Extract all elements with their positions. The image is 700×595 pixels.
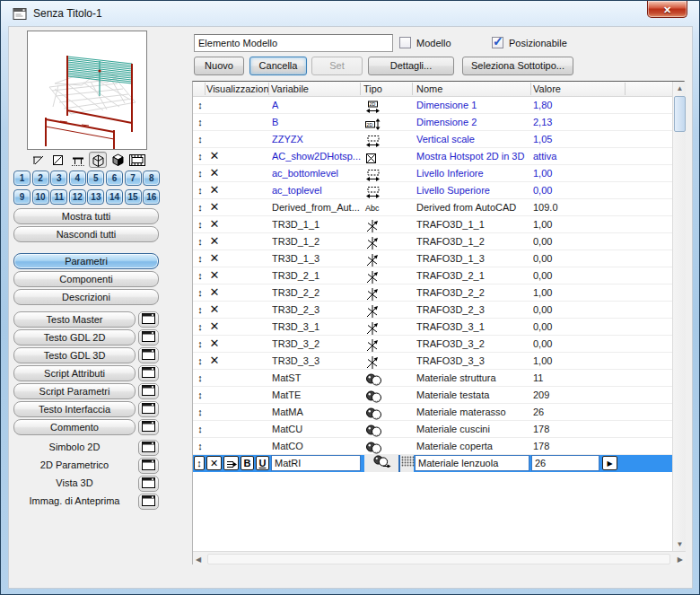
row-updown-icon[interactable]: ↕ — [195, 404, 206, 420]
scroll-left-icon[interactable]: ◀ — [196, 556, 201, 564]
row-updown-icon[interactable]: ↕ — [195, 165, 206, 181]
row-value[interactable]: 26 — [533, 404, 623, 420]
page-button-2[interactable]: 2 — [32, 171, 49, 186]
row-updown-icon[interactable]: ↕ — [195, 336, 206, 352]
row-hidden-x-icon[interactable]: ✕ — [207, 233, 222, 249]
row-name[interactable]: Livello Inferiore — [416, 165, 529, 181]
row-value[interactable]: 1,00 — [533, 353, 623, 369]
column-header-Nome[interactable]: Nome — [416, 83, 531, 96]
scroll-down-icon[interactable]: ▼ — [673, 540, 687, 548]
row-updown-icon[interactable]: ↕ — [195, 370, 206, 386]
row-variable[interactable]: TR3D_1_2 — [272, 233, 365, 249]
close-button[interactable]: ✕ — [647, 1, 687, 18]
row-updown-icon[interactable]: ↕ — [195, 182, 206, 198]
row-variable[interactable]: ac_bottomlevel — [272, 165, 365, 181]
tab-componenti[interactable]: Componenti — [13, 271, 159, 287]
page-button-12[interactable]: 12 — [69, 189, 86, 205]
row-updown-icon[interactable]: ↕ — [195, 267, 206, 284]
row-value[interactable]: 109.0 — [533, 199, 623, 215]
table-row[interactable]: ↕✕TR3D_3_1TRAFO3D_3_10,00 — [193, 319, 672, 336]
row-variable[interactable]: MatTE — [272, 387, 365, 403]
table-row[interactable]: ↕✕TR3D_3_2TRAFO3D_3_20,00 — [193, 336, 672, 353]
row-value[interactable]: 1,00 — [533, 165, 623, 181]
row-value[interactable]: 0,00 — [533, 250, 623, 267]
value-input[interactable] — [531, 455, 599, 471]
row-value[interactable]: 0,00 — [533, 336, 623, 352]
row-updown-icon[interactable]: ↕ — [195, 250, 206, 267]
row-updown-icon[interactable]: ↕ — [195, 216, 206, 232]
open-window-button[interactable] — [138, 347, 159, 363]
row-name[interactable]: Materiale testata — [416, 387, 529, 403]
row-updown-icon[interactable]: ↕ — [195, 353, 206, 369]
table-row[interactable]: ↕✕ac_toplevelLivello Superiore0,00 — [193, 182, 672, 199]
row-variable[interactable]: ZZYZX — [272, 131, 365, 147]
table-row[interactable]: ↕MatMAMateriale materasso26 — [193, 404, 672, 421]
row-value[interactable]: 1,05 — [533, 131, 623, 147]
script-button-testo-gdl-3d[interactable]: Testo GDL 3D — [13, 347, 136, 363]
page-button-4[interactable]: 4 — [69, 171, 86, 186]
row-variable[interactable]: MatCU — [272, 421, 365, 437]
script-button-testo-interfaccia[interactable]: Testo Interfaccia — [13, 401, 136, 417]
row-variable[interactable]: A — [272, 97, 365, 113]
row-updown-icon[interactable]: ↕ — [195, 319, 206, 335]
row-updown-icon[interactable]: ↕ — [195, 131, 206, 147]
row-hidden-x-icon[interactable]: ✕ — [207, 336, 222, 352]
horizontal-scrollbar-thumb[interactable] — [207, 554, 670, 564]
seleziona-sottotipo-button[interactable]: Seleziona Sottotipo... — [462, 57, 573, 75]
row-name[interactable]: TRAFO3D_3_2 — [416, 336, 529, 352]
row-hidden-x-icon[interactable]: ✕ — [207, 199, 222, 215]
vertical-scrollbar[interactable]: ▲ ▼ — [672, 82, 686, 551]
row-value[interactable]: 178 — [533, 421, 623, 437]
row-value[interactable]: 1,00 — [533, 216, 623, 232]
open-window-button[interactable] — [138, 494, 159, 510]
preview-mode-wireframe-3d[interactable] — [89, 152, 107, 168]
open-window-button[interactable] — [138, 401, 159, 417]
page-button-8[interactable]: 8 — [143, 171, 160, 186]
row-name[interactable]: TRAFO3D_2_1 — [416, 267, 529, 284]
tab-parametri[interactable]: Parametri — [13, 253, 159, 269]
element-name-input[interactable] — [194, 34, 393, 52]
table-row[interactable]: ↕✕TR3D_1_2TRAFO3D_1_20,00 — [193, 233, 672, 250]
row-name[interactable]: Mostra Hotspot 2D in 3D — [416, 148, 529, 164]
script-button-script-parametri[interactable]: Script Parametri — [13, 383, 136, 399]
cancella-button[interactable]: Cancella — [249, 57, 307, 75]
row-variable[interactable]: TR3D_2_1 — [272, 267, 365, 284]
row-variable[interactable]: TR3D_3_1 — [272, 319, 365, 335]
table-row[interactable]: ↕✕TR3D_2_2TRAFO3D_2_21,00 — [193, 284, 672, 302]
table-row[interactable]: ↕✕BU▶ — [193, 455, 672, 472]
table-row[interactable]: ↕✕TR3D_2_1TRAFO3D_2_10,00 — [193, 267, 672, 284]
row-hidden-x-icon[interactable]: ✕ — [207, 216, 222, 232]
row-name[interactable]: TRAFO3D_1_1 — [416, 216, 529, 232]
row-name[interactable]: TRAFO3D_3_3 — [416, 353, 529, 369]
page-button-3[interactable]: 3 — [50, 171, 67, 186]
row-variable[interactable]: ac_toplevel — [272, 182, 365, 198]
row-variable[interactable]: B — [272, 114, 365, 130]
table-row[interactable]: ↕ZZYZXVertical scale1,05 — [193, 131, 672, 148]
open-window-button[interactable] — [138, 419, 159, 435]
row-updown-icon[interactable]: ↕ — [195, 114, 206, 130]
open-window-button[interactable] — [138, 365, 159, 381]
table-row[interactable]: ↕✕TR3D_1_3TRAFO3D_1_30,00 — [193, 250, 672, 267]
column-divider[interactable] — [530, 83, 531, 95]
table-row[interactable]: ↕✕TR3D_3_3TRAFO3D_3_31,00 — [193, 353, 672, 370]
row-value[interactable]: 0,00 — [533, 233, 623, 249]
script-button-testo-master[interactable]: Testo Master — [13, 311, 136, 328]
table-row[interactable]: ↕MatCOMateriale coperta178 — [193, 438, 672, 455]
show-all-button[interactable]: Mostra tutti — [13, 208, 159, 224]
column-divider[interactable] — [268, 83, 269, 95]
column-header-Variabile[interactable]: Variabile — [271, 83, 361, 96]
row-updown-icon[interactable]: ↕ — [195, 199, 206, 215]
row-name[interactable]: Derived from AutoCAD — [416, 199, 529, 215]
column-header-Tipo[interactable]: Tipo — [363, 83, 414, 96]
row-value[interactable]: 0,00 — [533, 182, 623, 198]
open-window-button[interactable] — [138, 458, 159, 474]
row-hidden-x-icon[interactable]: ✕ — [207, 148, 222, 164]
row-value[interactable]: 0,00 — [533, 319, 623, 335]
posizionabile-checkbox[interactable]: ✓ — [492, 37, 503, 48]
row-variable[interactable]: TR3D_3_3 — [272, 353, 365, 369]
script-button-commento[interactable]: Commento — [13, 419, 136, 435]
table-row[interactable]: ↕✕Derived_from_Aut...AbcDerived from Aut… — [193, 199, 672, 216]
page-button-5[interactable]: 5 — [87, 171, 104, 186]
row-value[interactable]: 209 — [533, 387, 623, 403]
tab-descrizioni[interactable]: Descrizioni — [13, 289, 159, 305]
